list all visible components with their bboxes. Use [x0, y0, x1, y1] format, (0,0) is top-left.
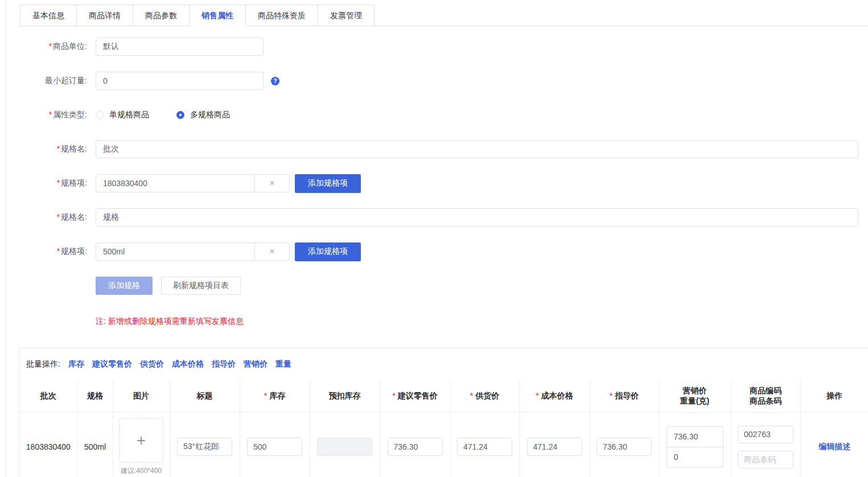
col-header-cost-price: *成本价格 [519, 380, 590, 412]
spec-name-row-1: *规格名: [6, 140, 868, 158]
min-order-label: 最小起订量: [6, 76, 87, 86]
cell-pre-stock [310, 412, 380, 477]
add-spec-item-button-1[interactable]: 添加规格项 [295, 174, 361, 193]
spec-name-input-1[interactable] [96, 140, 858, 158]
suggest-price-input[interactable] [388, 438, 443, 456]
min-order-row: 最小起订量: ? [6, 72, 868, 90]
barcode-input[interactable] [738, 451, 793, 468]
col-header-stock: *库存 [240, 380, 310, 412]
clear-spec-item-icon-2[interactable]: × [254, 242, 290, 261]
required-asterisk: * [57, 246, 60, 256]
col-header-suggest-price: *建议零售价 [380, 380, 450, 412]
spec-table-header-row: 批次 规格 图片 标题 *库存 预扣库存 *建议零售价 *供货价 *成本价格 *… [19, 380, 868, 412]
spec-name-row-2: *规格名: [6, 208, 868, 227]
required-asterisk: * [57, 212, 60, 221]
cell-guide-price [590, 412, 659, 477]
spec-table-row: 1803830400 500ml + 建议:400*400 [19, 412, 868, 477]
image-size-hint: 建议:400*400 [113, 466, 170, 476]
required-asterisk: * [49, 110, 52, 119]
product-unit-label: *商品单位: [6, 42, 87, 52]
batch-link-guide-price[interactable]: 指导价 [212, 359, 236, 369]
batch-link-stock[interactable]: 库存 [68, 359, 84, 369]
product-unit-input[interactable] [96, 38, 264, 56]
spec-name-input-2[interactable] [96, 208, 858, 227]
cell-spec: 500ml [77, 412, 113, 477]
weight-input[interactable] [667, 447, 723, 468]
batch-link-suggest-price[interactable]: 建议零售价 [92, 359, 132, 369]
product-code-input[interactable] [738, 426, 793, 443]
cell-batch: 1803830400 [19, 412, 77, 477]
required-asterisk: * [57, 178, 60, 187]
plus-icon: + [137, 433, 146, 449]
supply-price-input[interactable] [457, 438, 512, 456]
col-header-image: 图片 [113, 380, 170, 412]
cost-price-input[interactable] [527, 438, 582, 456]
spec-buttons-row: 添加规格 刷新规格项目表 [96, 277, 868, 295]
batch-operations-bar: 批量操作: 库存 建议零售价 供货价 成本价格 指导价 营销价 重量 [19, 348, 868, 380]
batch-link-cost-price[interactable]: 成本价格 [172, 359, 204, 369]
required-asterisk: * [57, 144, 60, 153]
col-header-spec: 规格 [77, 380, 113, 412]
marketing-price-input[interactable] [667, 426, 723, 447]
spec-table: 批次 规格 图片 标题 *库存 预扣库存 *建议零售价 *供货价 *成本价格 *… [19, 380, 868, 477]
product-unit-row: *商品单位: [6, 38, 868, 56]
tab-special-qualification[interactable]: 商品特殊资质 [246, 5, 318, 26]
attr-type-options: 单规格商品 多规格商品 [96, 110, 230, 120]
batch-link-weight[interactable]: 重量 [275, 359, 291, 369]
cell-suggest-price [380, 412, 450, 477]
pre-stock-input [317, 438, 372, 456]
sales-attributes-page: 基本信息 商品详情 商品参数 销售属性 商品特殊资质 发票管理 *商品单位: 最… [6, 0, 868, 477]
spec-item-row-1: *规格项: × 添加规格项 [6, 174, 868, 192]
invoice-note: 注: 新增或删除规格项需重新填写发票信息 [96, 316, 868, 327]
tab-sales-attributes[interactable]: 销售属性 [190, 5, 246, 26]
cell-marketing-weight [659, 412, 731, 477]
help-icon[interactable]: ? [271, 77, 279, 85]
cell-image: + 建议:400*400 [113, 412, 170, 477]
spec-item-input-2[interactable] [96, 242, 255, 261]
spec-name-label-1: *规格名: [6, 144, 87, 154]
tab-basic-info[interactable]: 基本信息 [20, 5, 77, 26]
image-upload-box[interactable]: + [119, 418, 163, 463]
radio-single-spec-label[interactable]: 单规格商品 [109, 110, 149, 120]
cell-supply-price [450, 412, 519, 477]
clear-spec-item-icon-1[interactable]: × [254, 174, 290, 192]
cell-stock [240, 412, 310, 477]
batch-link-marketing-price[interactable]: 营销价 [244, 359, 268, 369]
tab-product-detail[interactable]: 商品详情 [77, 5, 133, 26]
tab-product-params[interactable]: 商品参数 [133, 5, 190, 26]
add-spec-button[interactable]: 添加规格 [96, 277, 153, 295]
col-header-pre-stock: 预扣库存 [310, 380, 380, 412]
radio-multi-spec[interactable] [176, 111, 184, 119]
guide-price-input[interactable] [597, 438, 652, 456]
edit-description-link[interactable]: 编辑描述 [818, 442, 850, 451]
radio-multi-spec-label[interactable]: 多规格商品 [190, 110, 230, 120]
product-edit-tabs: 基本信息 商品详情 商品参数 销售属性 商品特殊资质 发票管理 [20, 5, 868, 26]
stock-input[interactable] [247, 438, 302, 456]
col-header-marketing-weight: 营销价重量(克) [659, 380, 731, 412]
radio-single-spec[interactable] [96, 111, 104, 119]
cell-code-barcode [731, 412, 800, 477]
required-asterisk: * [49, 42, 52, 51]
spec-item-input-1[interactable] [96, 174, 255, 192]
cell-title [170, 412, 240, 477]
batch-link-supply-price[interactable]: 供货价 [140, 359, 164, 369]
add-spec-item-button-2[interactable]: 添加规格项 [295, 242, 361, 261]
batch-operations-label: 批量操作: [26, 359, 60, 369]
cell-actions: 编辑描述 [800, 412, 868, 477]
col-header-title: 标题 [170, 380, 240, 412]
col-header-guide-price: *指导价 [590, 380, 659, 412]
tab-invoice-management[interactable]: 发票管理 [318, 5, 375, 26]
spec-item-label-2: *规格项: [6, 246, 87, 257]
spec-name-label-2: *规格名: [6, 212, 87, 223]
min-order-input[interactable] [96, 72, 264, 90]
col-header-supply-price: *供货价 [450, 380, 519, 412]
spec-item-label-1: *规格项: [6, 178, 87, 188]
refresh-spec-table-button[interactable]: 刷新规格项目表 [161, 277, 241, 295]
col-header-batch: 批次 [19, 380, 77, 412]
title-input[interactable] [177, 438, 232, 456]
col-header-code-barcode: 商品编码商品条码 [731, 380, 800, 412]
sales-attributes-form: *商品单位: 最小起订量: ? *属性类型: 单规格商品 多规格商品 *规格名:… [6, 26, 868, 327]
spec-table-container: 批量操作: 库存 建议零售价 供货价 成本价格 指导价 营销价 重量 批次 规格… [19, 348, 868, 477]
cell-cost-price [519, 412, 590, 477]
attr-type-row: *属性类型: 单规格商品 多规格商品 [6, 106, 868, 124]
